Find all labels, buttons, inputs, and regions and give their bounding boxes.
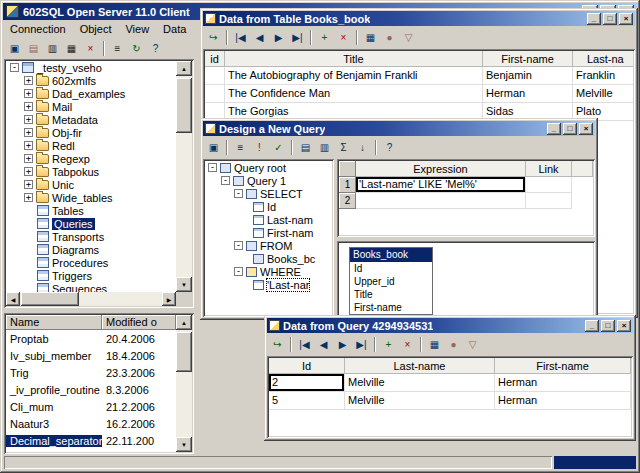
column-header-last-name[interactable]: Last-na (573, 51, 633, 67)
add-table-icon[interactable]: ▤ (296, 139, 315, 156)
scroll-up-icon[interactable]: ▲ (176, 315, 192, 330)
cell-first-name[interactable]: Herman (483, 85, 573, 103)
field-list-item[interactable]: Title (350, 288, 432, 301)
expander-icon[interactable]: + (24, 154, 33, 163)
query-tree-column[interactable]: First-nam (205, 226, 332, 239)
column-header-modified[interactable]: Modified o (102, 315, 176, 330)
expander-icon[interactable]: - (234, 241, 243, 250)
grid-settings-icon[interactable]: ▦ (425, 336, 444, 353)
scroll-right-icon[interactable]: ▶ (162, 292, 176, 306)
cell-id[interactable]: 2 (269, 374, 345, 392)
tree-item-diagrams[interactable]: Diagrams (6, 243, 176, 256)
new-object-icon[interactable]: ▣ (5, 40, 24, 57)
insert-record-icon[interactable]: + (379, 336, 398, 353)
query-tree-where[interactable]: - WHERE (205, 265, 332, 278)
next-record-icon[interactable]: ▶ (333, 336, 352, 353)
expander-icon[interactable]: - (234, 267, 243, 276)
scroll-up-icon[interactable]: ▲ (176, 61, 192, 76)
expander-icon[interactable]: - (221, 176, 230, 185)
refresh-icon[interactable]: ↻ (127, 40, 146, 57)
add-column-icon[interactable]: ▥ (315, 139, 334, 156)
cell-first-name[interactable]: Herman (495, 392, 631, 410)
w1-titlebar[interactable]: Data from Table Books_book _ □ × (203, 11, 635, 26)
tree-item-folder[interactable]: + Mail (6, 100, 176, 113)
validate-icon[interactable]: ✓ (269, 139, 288, 156)
help-icon[interactable]: ? (146, 40, 165, 57)
tree-item-folder[interactable]: + 602xmlfs (6, 74, 176, 87)
tree-item-folder[interactable]: + Unic (6, 178, 176, 191)
expression-cell[interactable] (356, 193, 526, 209)
copy-icon[interactable]: ▥ (43, 40, 62, 57)
query-tree-table[interactable]: Books_bc (205, 252, 332, 265)
column-header-first-name[interactable]: First-name (483, 51, 573, 67)
tree-item-folder[interactable]: + Tabpokus (6, 165, 176, 178)
delete-record-icon[interactable]: × (398, 336, 417, 353)
tree-item-queries[interactable]: Queries (6, 217, 176, 230)
tree-item-folder[interactable]: + Metadata (6, 113, 176, 126)
field-list-title[interactable]: Books_book (350, 248, 432, 262)
tree-item-folder[interactable]: + Regexp (6, 152, 176, 165)
first-record-icon[interactable]: |◀ (231, 29, 250, 46)
filter-icon[interactable]: ▽ (463, 336, 482, 353)
cell-first-name[interactable]: Herman (495, 374, 631, 392)
column-header-title[interactable]: Title (225, 51, 483, 67)
close-button[interactable]: × (619, 13, 633, 25)
properties-icon[interactable]: ≡ (108, 40, 127, 57)
tree-item-triggers[interactable]: Triggers (6, 269, 176, 282)
minimize-button[interactable]: _ (547, 123, 561, 135)
first-record-icon[interactable]: |◀ (295, 336, 314, 353)
sql-view-icon[interactable]: ≡ (231, 139, 250, 156)
find-icon[interactable]: ● (444, 336, 463, 353)
field-list-item[interactable]: Id (350, 262, 432, 275)
delete-record-icon[interactable]: × (334, 29, 353, 46)
tree-item-folder[interactable]: + Dad_examples (6, 87, 176, 100)
list-item[interactable]: Iv_subj_member 18.4.2006 (6, 347, 176, 364)
expander-icon[interactable]: + (24, 167, 33, 176)
column-header-name[interactable]: Name (6, 315, 102, 330)
tree-item-folder[interactable]: + Wide_tables (6, 191, 176, 204)
close-button[interactable]: × (579, 123, 593, 135)
query-tree-query[interactable]: - Query 1 (205, 174, 332, 187)
next-record-icon[interactable]: ▶ (269, 29, 288, 46)
tree-item-sequences[interactable]: Sequences (6, 282, 176, 292)
column-header-id[interactable]: Id (269, 358, 345, 374)
save-icon[interactable]: ▣ (204, 139, 223, 156)
scroll-left-icon[interactable]: ◀ (6, 292, 20, 306)
cell-last-name[interactable]: Franklin (573, 67, 633, 85)
expander-icon[interactable]: - (208, 163, 217, 172)
cell-first-name[interactable]: Benjamin (483, 67, 573, 85)
query-tree-column[interactable]: Id (205, 200, 332, 213)
column-header-link[interactable]: Link (526, 161, 572, 177)
tree-item-tables[interactable]: Tables (6, 204, 176, 217)
exit-icon[interactable]: ↪ (268, 336, 287, 353)
expression-cell[interactable]: 'Last-name' LIKE 'Mel%' (356, 177, 526, 193)
aggregate-icon[interactable]: Σ (334, 139, 353, 156)
cell-title[interactable]: The Autobiography of Benjamin Frankli (225, 67, 483, 85)
prior-record-icon[interactable]: ◀ (314, 336, 333, 353)
help-icon[interactable]: ? (380, 139, 399, 156)
sort-icon[interactable]: ↓ (353, 139, 372, 156)
expander-icon[interactable]: + (24, 141, 33, 150)
menu-connection[interactable]: Connection (3, 22, 73, 36)
query-tree-from[interactable]: - FROM (205, 239, 332, 252)
query-tree-condition[interactable]: 'Last-nar (205, 278, 332, 291)
expander-icon[interactable]: + (24, 180, 33, 189)
scroll-down-icon[interactable]: ▼ (176, 277, 192, 292)
maximize-button[interactable]: □ (603, 13, 617, 25)
column-header-expression[interactable]: Expression (356, 161, 526, 177)
tree-item-transports[interactable]: Transports (6, 230, 176, 243)
paste-icon[interactable]: ▦ (62, 40, 81, 57)
menu-view[interactable]: View (118, 22, 156, 36)
list-item[interactable]: Naatur3 16.2.2006 (6, 415, 176, 432)
delete-icon[interactable]: × (81, 40, 100, 57)
expander-icon[interactable]: + (24, 193, 33, 202)
last-record-icon[interactable]: ▶| (352, 336, 371, 353)
field-list-item[interactable]: Upper_id (350, 275, 432, 288)
list-item[interactable]: _iv_profile_routine 8.3.2006 (6, 381, 176, 398)
w3-titlebar[interactable]: Data from Query 4294934531 _ □ × (267, 318, 633, 333)
list-item[interactable]: Cli_mum 21.2.2006 (6, 398, 176, 415)
tree-item-root[interactable]: - _testy_vseho (6, 61, 176, 74)
link-cell[interactable] (526, 177, 572, 193)
expander-icon[interactable]: + (24, 115, 33, 124)
scroll-thumb[interactable] (176, 78, 192, 133)
